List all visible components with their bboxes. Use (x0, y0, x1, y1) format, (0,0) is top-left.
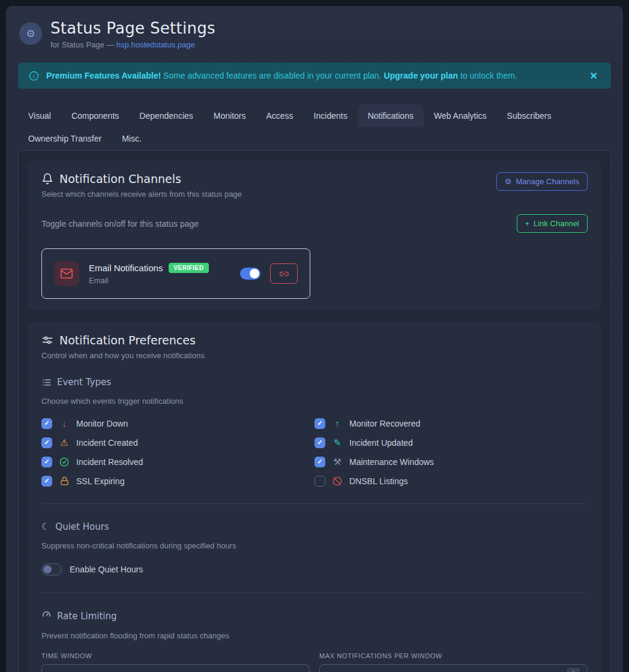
email-channel-card: Email Notifications VERIFIED Email (41, 248, 310, 299)
quiet-hours-title: Quiet Hours (55, 521, 109, 532)
lock-icon (59, 476, 70, 485)
warning-triangle-icon: ⚠ (59, 437, 70, 448)
tab-misc[interactable]: Misc. (112, 127, 152, 150)
channels-title: Notification Channels (59, 172, 181, 185)
banner-body-text: Some advanced features are disabled in y… (161, 71, 384, 80)
unlink-channel-button[interactable] (270, 263, 298, 284)
arrow-down-icon: ↓ (59, 418, 70, 428)
monitor-down-checkbox[interactable]: ✓ (41, 418, 52, 429)
check-icon: ✓ (44, 478, 49, 484)
incident-updated-checkbox[interactable]: ✓ (314, 437, 325, 448)
rate-limiting-title: Rate Limiting (57, 611, 117, 622)
rate-limiting-desc: Prevent notification flooding from rapid… (41, 631, 588, 640)
link-channel-button[interactable]: + Link Channel (517, 214, 588, 233)
banner-suffix-text: to unlock them. (458, 71, 517, 80)
event-incident-created: ✓ ⚠ Incident Created (41, 437, 314, 448)
preferences-subtitle: Control when and how you receive notific… (41, 351, 205, 360)
event-label: Incident Updated (349, 438, 413, 448)
check-icon: ✓ (317, 420, 322, 427)
dnsbl-listings-checkbox[interactable]: ✓ (314, 476, 325, 487)
moon-icon: ☾ (41, 521, 50, 532)
check-icon: ✓ (44, 420, 49, 427)
notification-preferences-card: Notification Preferences Control when an… (28, 322, 601, 672)
tab-subscribers[interactable]: Subscribers (497, 104, 562, 127)
sliders-icon (41, 334, 53, 346)
tab-web-analytics[interactable]: Web Analytics (424, 104, 497, 127)
incident-created-checkbox[interactable]: ✓ (41, 437, 52, 448)
page-title: Status Page Settings (50, 19, 215, 37)
check-icon: ✓ (317, 439, 322, 446)
upgrade-plan-link[interactable]: Upgrade your plan (384, 71, 458, 80)
tab-ownership-transfer[interactable]: Ownership Transfer (18, 127, 112, 150)
channel-type: Email (89, 276, 230, 285)
event-ssl-expiring: ✓ SSL Expiring (41, 475, 314, 487)
toggle-channels-hint: Toggle channels on/off for this status p… (41, 219, 199, 229)
section-divider (41, 503, 588, 504)
settings-tabs: Visual Components Dependencies Monitors … (18, 104, 611, 150)
preferences-title-row: Notification Preferences (41, 334, 205, 347)
page-header: ⚙ Status Page Settings for Status Page —… (6, 6, 623, 49)
bell-icon (41, 173, 53, 185)
event-label: Maintenance Windows (349, 457, 434, 467)
time-window-select[interactable]: 15 minutes (41, 664, 310, 672)
max-notifications-label: MAX NOTIFICATIONS PER WINDOW (319, 652, 588, 659)
chain-link-icon (280, 269, 289, 278)
number-stepper[interactable]: ⌃⌄ (567, 668, 580, 672)
gear-icon: ⚙ (505, 177, 512, 186)
event-label: Incident Created (76, 438, 138, 448)
close-icon[interactable]: ✕ (588, 68, 600, 84)
manage-channels-button[interactable]: ⚙ Manage Channels (496, 172, 588, 191)
gear-icon: ⚙ (19, 22, 42, 45)
quiet-hours-heading: ☾ Quiet Hours (41, 521, 588, 532)
tab-notifications[interactable]: Notifications (358, 104, 424, 127)
tab-access[interactable]: Access (256, 104, 303, 127)
event-monitor-down: ✓ ↓ Monitor Down (41, 418, 314, 429)
event-types-desc: Choose which events trigger notification… (41, 397, 588, 406)
enable-quiet-hours-toggle[interactable] (41, 563, 62, 575)
channel-name: Email Notifications (89, 263, 163, 273)
ban-icon (332, 476, 343, 486)
email-channel-tile (54, 261, 79, 286)
list-icon (41, 377, 52, 388)
arrow-up-icon: ↑ (332, 418, 343, 428)
manage-channels-label: Manage Channels (516, 177, 579, 186)
tools-icon: ⚒ (332, 457, 343, 467)
pencil-icon: ✎ (332, 437, 343, 448)
event-label: Monitor Down (76, 419, 128, 428)
time-window-label: TIME WINDOW (41, 652, 310, 659)
event-label: SSL Expiring (76, 476, 124, 486)
maintenance-windows-checkbox[interactable]: ✓ (314, 457, 325, 467)
info-icon (29, 71, 39, 81)
tab-dependencies[interactable]: Dependencies (129, 104, 203, 127)
banner-bold-text: Premium Features Available! (46, 71, 161, 80)
event-dnsbl-listings: ✓ DNSBL Listings (314, 475, 588, 487)
channels-subtitle: Select which channels receive alerts fro… (41, 190, 242, 199)
verified-badge: VERIFIED (169, 263, 208, 273)
envelope-icon (60, 267, 73, 280)
email-channel-toggle[interactable] (240, 268, 260, 280)
event-incident-updated: ✓ ✎ Incident Updated (314, 437, 588, 448)
section-divider (41, 592, 588, 593)
event-types-heading: Event Types (41, 377, 588, 388)
enable-quiet-hours-label: Enable Quiet Hours (70, 565, 143, 574)
rate-limiting-form: TIME WINDOW 15 minutes MAX NOTIFICATIONS… (41, 652, 588, 672)
check-icon: ✓ (44, 439, 49, 446)
monitor-recovered-checkbox[interactable]: ✓ (314, 418, 325, 429)
tab-visual[interactable]: Visual (18, 104, 61, 127)
ssl-expiring-checkbox[interactable]: ✓ (41, 476, 52, 487)
preferences-title: Notification Preferences (59, 334, 196, 347)
incident-resolved-checkbox[interactable]: ✓ (41, 457, 52, 467)
check-icon: ✓ (44, 458, 49, 465)
tab-components[interactable]: Components (61, 104, 129, 127)
notifications-panel: Notification Channels Select which chann… (18, 150, 611, 672)
gauge-icon (41, 610, 52, 622)
quiet-hours-desc: Suppress non-critical notifications duri… (41, 541, 588, 550)
tab-monitors[interactable]: Monitors (203, 104, 256, 127)
tab-incidents[interactable]: Incidents (304, 104, 358, 127)
status-page-link[interactable]: hsp.hostedstatus.page (116, 40, 195, 49)
notification-channels-card: Notification Channels Select which chann… (28, 160, 601, 311)
check-icon: ✓ (317, 458, 322, 465)
rate-limiting-heading: Rate Limiting (41, 610, 588, 622)
max-notifications-input[interactable]: 10 ⌃⌄ (319, 664, 588, 672)
premium-banner: Premium Features Available! Some advance… (18, 62, 611, 89)
